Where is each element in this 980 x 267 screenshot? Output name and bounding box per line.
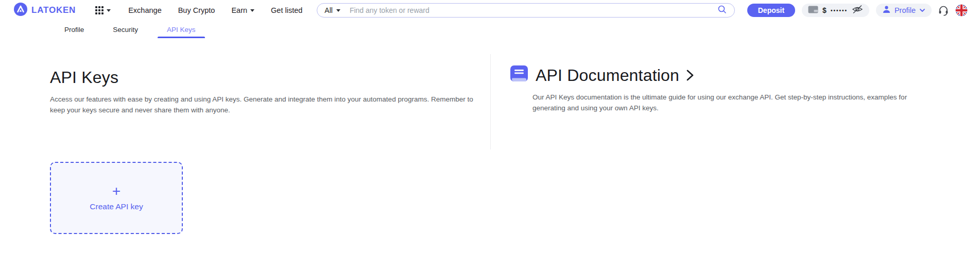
search-icon[interactable] xyxy=(717,4,727,16)
nav-buy-crypto[interactable]: Buy Crypto xyxy=(178,6,215,14)
wallet-currency: $ xyxy=(822,6,827,14)
deposit-button[interactable]: Deposit xyxy=(747,4,795,17)
api-documentation-link[interactable]: API Documentation xyxy=(510,65,918,86)
api-keys-description: Access our features with ease by creatin… xyxy=(50,94,483,115)
tab-api-keys[interactable]: API Keys xyxy=(158,21,205,38)
wallet-masked-balance: •••••• xyxy=(831,7,848,13)
headset-icon xyxy=(938,5,949,16)
tab-security[interactable]: Security xyxy=(104,21,147,38)
eye-off-icon[interactable] xyxy=(852,5,863,16)
api-keys-page: API Keys Access our features with ease b… xyxy=(0,38,980,267)
apps-menu-button[interactable] xyxy=(95,6,111,14)
top-nav-bar: LATOKEN Exchange Buy Crypto Earn Get lis… xyxy=(0,0,980,21)
search-bar[interactable]: All xyxy=(317,3,734,18)
plus-icon: + xyxy=(112,185,121,198)
chevron-down-icon xyxy=(107,9,111,12)
brand-name: LATOKEN xyxy=(31,5,76,15)
user-icon xyxy=(882,5,891,15)
wallet-icon xyxy=(808,6,818,15)
book-icon xyxy=(510,65,528,85)
search-filter-dropdown[interactable]: All xyxy=(324,6,340,14)
chevron-down-icon xyxy=(336,9,340,12)
column-divider xyxy=(490,54,491,149)
tab-profile[interactable]: Profile xyxy=(55,21,93,38)
wallet-balance[interactable]: $ •••••• xyxy=(802,4,869,17)
uk-flag-icon xyxy=(955,4,968,16)
profile-menu[interactable]: Profile xyxy=(876,4,932,17)
page-title: API Keys xyxy=(50,67,483,88)
chevron-down-icon xyxy=(919,8,925,12)
create-api-key-button[interactable]: + Create API key xyxy=(50,162,183,234)
nav-earn[interactable]: Earn xyxy=(231,6,254,14)
settings-tabs: Profile Security API Keys xyxy=(0,21,980,38)
api-documentation-section: API Documentation Our API Keys documenta… xyxy=(510,65,918,113)
latoken-logo[interactable]: LATOKEN xyxy=(14,3,76,18)
language-selector[interactable] xyxy=(955,4,968,16)
support-button[interactable] xyxy=(938,5,949,16)
chevron-right-icon xyxy=(686,70,694,81)
nav-get-listed[interactable]: Get listed xyxy=(271,6,302,14)
chevron-down-icon xyxy=(250,9,254,12)
create-api-key-label: Create API key xyxy=(90,202,143,211)
profile-label: Profile xyxy=(895,6,916,14)
latoken-logo-icon xyxy=(14,3,27,18)
main-nav: Exchange Buy Crypto Earn Get listed xyxy=(128,6,302,14)
apps-grid-icon xyxy=(95,6,104,14)
api-keys-section: API Keys Access our features with ease b… xyxy=(50,67,483,115)
docs-description: Our API Keys documentation is the ultima… xyxy=(532,92,918,113)
docs-title: API Documentation xyxy=(536,65,679,86)
nav-exchange[interactable]: Exchange xyxy=(128,6,162,14)
search-input[interactable] xyxy=(350,6,717,14)
